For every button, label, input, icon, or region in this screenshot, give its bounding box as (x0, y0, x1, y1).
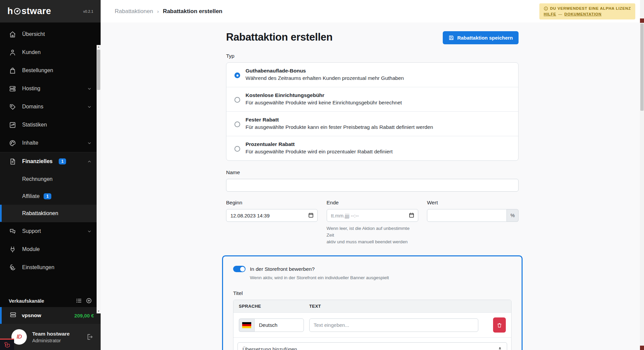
radio-option-fester-rabatt[interactable]: Fester RabattFür ausgewählte Produkte ka… (226, 111, 518, 136)
finanzielles-badge: 1 (59, 158, 66, 164)
sidebar: hstware v0.2.1 Übersicht Kunden Bestellu… (0, 0, 101, 350)
documentation-link[interactable]: DOKUMENTATION (565, 11, 602, 17)
chevron-down-icon (87, 141, 92, 146)
scrollbar-thumb[interactable] (640, 23, 644, 111)
add-translation-placeholder: Übersetzung hinzufügen... (243, 346, 301, 350)
language-value[interactable]: Deutsch (254, 318, 304, 332)
sidebar-item-statistiken[interactable]: Statistiken (0, 116, 101, 134)
sidebar-item-domains[interactable]: Domains (0, 98, 101, 116)
sidebar-item-finanzielles[interactable]: Finanzielles 1 (0, 152, 101, 170)
sidebar-item-support[interactable]: Support (0, 222, 101, 240)
dash-separator: — (558, 11, 562, 17)
sales-channel-vpsnow[interactable]: vpsnow 209,00 € (0, 307, 101, 324)
sidebar-item-label: Statistiken (22, 122, 47, 128)
scrollbar-bottom-button[interactable] (640, 346, 644, 350)
option-title: Guthabenauflade-Bonus (246, 68, 404, 74)
ende-label: Ende (327, 200, 418, 206)
help-link[interactable]: HILFE (544, 11, 556, 17)
scrollbar-top-button[interactable] (640, 18, 644, 23)
sidebar-item-label: Inhalte (22, 140, 38, 146)
sidebar-item-label: Hosting (22, 86, 40, 92)
avatar-logo: ID (17, 334, 22, 340)
option-description: Für ausgewählte Produkte kann ein fester… (246, 124, 433, 130)
channel-name: vpsnow (22, 312, 41, 318)
sidebar-item-inhalte[interactable]: Inhalte (0, 134, 101, 152)
verkaufskanaele-title: Verkaufskanäle (9, 298, 44, 304)
scrollbar-thumb[interactable] (97, 50, 100, 90)
logo-text-prefix: h (7, 6, 13, 16)
sidebar-scrollbar[interactable]: ▲ ▼ (97, 45, 101, 313)
page-title: Rabattaktion erstellen (226, 31, 332, 43)
sidebar-item-label: Bestellungen (22, 67, 53, 73)
verkaufskanaele-header: Verkaufskanäle (0, 295, 101, 307)
hostware-logo[interactable]: hstware (7, 6, 51, 16)
sidebar-item-rabattaktionen[interactable]: Rabattaktionen (0, 205, 101, 222)
table-row: Deutsch (233, 312, 511, 337)
logo-text-suffix: stware (21, 6, 51, 16)
storefront-promotion-section: In der Storefront bewerben? Wenn aktiv, … (222, 255, 523, 350)
shopping-bag-icon (9, 67, 16, 74)
add-channel-icon[interactable] (86, 298, 92, 305)
scroll-down-arrow[interactable]: ▼ (97, 309, 100, 313)
column-text: TEXT (309, 304, 321, 309)
plug-icon (9, 246, 16, 253)
typ-radio-group: Guthabenauflade-BonusWährend des Zeitrau… (226, 62, 519, 161)
chart-icon (9, 121, 16, 129)
sidebar-item-label: Module (22, 246, 40, 252)
sidebar-item-rechnungen[interactable]: Rechnungen (0, 170, 101, 188)
save-button[interactable]: Rabattaktion speichern (443, 31, 519, 44)
sidebar-item-affiliate[interactable]: Affiliate 1 (0, 188, 101, 205)
delete-translation-button[interactable] (493, 317, 506, 333)
wert-input[interactable] (427, 209, 507, 222)
translation-text-input[interactable] (309, 318, 478, 332)
language-selector[interactable]: Deutsch (239, 318, 304, 332)
option-description: Für ausgewählte Produkte wird ein prozen… (246, 149, 393, 155)
radio-option-guthabenauflade-bonus[interactable]: Guthabenauflade-BonusWährend des Zeitrau… (226, 63, 518, 87)
top-header: Rabattaktionen › Rabattaktion erstellen … (101, 0, 644, 22)
chevron-up-icon (87, 159, 92, 164)
sidebar-item-uebersicht[interactable]: Übersicht (0, 25, 101, 43)
sidebar-item-label: Affiliate (22, 193, 40, 199)
add-translation-row: Übersetzung hinzufügen... (233, 337, 511, 350)
chevron-down-icon (87, 229, 92, 234)
laravel-debugbar-icon[interactable] (0, 339, 14, 350)
list-icon[interactable] (76, 298, 82, 305)
affiliate-badge: 1 (44, 193, 51, 199)
palette-icon (9, 139, 16, 147)
sidebar-item-einstellungen[interactable]: Einstellungen (0, 258, 101, 277)
radio-selected-icon[interactable] (234, 72, 240, 78)
radio-icon[interactable] (234, 121, 240, 127)
user-role: Administrator (32, 338, 70, 343)
sidebar-item-label: Rabattaktionen (22, 210, 58, 216)
sidebar-nav: Übersicht Kunden Bestellungen Hosting Do… (0, 22, 101, 294)
sidebar-item-label: Übersicht (22, 31, 45, 37)
storefront-toggle[interactable] (233, 266, 246, 272)
radio-option-prozentualer-rabatt[interactable]: Prozentualer RabattFür ausgewählte Produ… (226, 136, 518, 160)
radio-icon[interactable] (234, 97, 240, 103)
invoice-icon (9, 158, 16, 165)
sidebar-item-bestellungen[interactable]: Bestellungen (0, 61, 101, 80)
beginn-input[interactable] (226, 209, 318, 222)
page-scrollbar[interactable] (640, 0, 644, 350)
sidebar-item-kunden[interactable]: Kunden (0, 43, 101, 61)
radio-icon[interactable] (234, 146, 240, 152)
sidebar-item-hosting[interactable]: Hosting (0, 80, 101, 98)
storefront-toggle-help: Wenn aktiv, wird in der Storefront ein i… (250, 275, 512, 280)
save-button-label: Rabattaktion speichern (457, 35, 513, 41)
chevron-down-icon (87, 104, 92, 109)
wert-label: Wert (427, 200, 519, 206)
user-bar[interactable]: ID Team hostware Administrator (0, 324, 101, 350)
app-version: v0.2.1 (83, 9, 93, 13)
toggle-knob (240, 267, 245, 271)
info-icon (544, 6, 548, 11)
breadcrumb-parent[interactable]: Rabattaktionen (115, 8, 153, 15)
name-input[interactable] (226, 179, 519, 192)
sidebar-item-module[interactable]: Module (0, 240, 101, 258)
add-translation-select[interactable]: Übersetzung hinzufügen... (237, 342, 507, 350)
select-arrows-icon (498, 347, 502, 350)
radio-option-kostenlose-einrichtungsgebuehr[interactable]: Kostenlose EinrichtungsgebührFür ausgewä… (226, 87, 518, 111)
scroll-up-arrow[interactable]: ▲ (97, 45, 100, 49)
channel-server-icon (10, 311, 16, 319)
ende-input[interactable] (327, 209, 418, 222)
logout-icon[interactable] (86, 333, 93, 341)
